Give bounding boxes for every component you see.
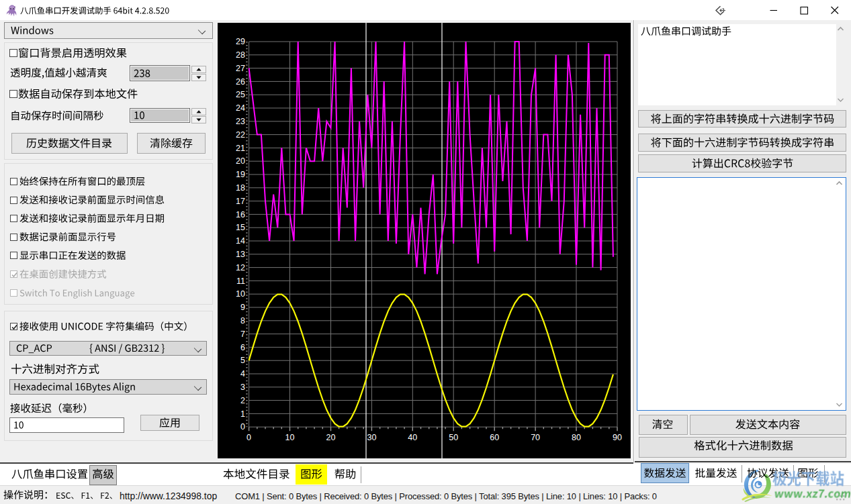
svg-text:25: 25 (236, 90, 245, 99)
svg-text:26: 26 (236, 77, 245, 87)
svg-text:17: 17 (236, 197, 245, 206)
svg-text:27: 27 (236, 64, 245, 73)
svg-text:15: 15 (236, 223, 245, 232)
svg-text:10: 10 (236, 289, 245, 299)
svg-text:80: 80 (572, 433, 581, 442)
svg-text:0: 0 (247, 433, 251, 442)
svg-text:20: 20 (326, 433, 336, 442)
svg-text:23: 23 (236, 117, 245, 126)
svg-text:19: 19 (236, 170, 245, 179)
svg-text:28: 28 (236, 50, 245, 60)
svg-text:1: 1 (240, 409, 245, 419)
svg-text:11: 11 (236, 276, 245, 286)
svg-text:22: 22 (236, 130, 245, 140)
svg-text:2: 2 (240, 396, 245, 405)
svg-text:16: 16 (236, 210, 245, 219)
svg-text:21: 21 (236, 144, 245, 153)
svg-text:0: 0 (240, 422, 245, 432)
svg-text:30: 30 (367, 433, 376, 442)
svg-text:29: 29 (236, 37, 245, 46)
svg-text:9: 9 (240, 303, 245, 312)
svg-text:18: 18 (236, 183, 245, 193)
svg-text:13: 13 (236, 250, 245, 259)
svg-text:6: 6 (240, 343, 245, 352)
svg-text:70: 70 (531, 433, 540, 442)
svg-text:60: 60 (490, 433, 499, 442)
svg-text:4: 4 (240, 369, 245, 379)
svg-text:20: 20 (236, 156, 245, 166)
svg-text:14: 14 (236, 236, 245, 246)
svg-text:8: 8 (240, 316, 245, 325)
svg-text:24: 24 (236, 103, 245, 113)
svg-text:10: 10 (285, 433, 295, 442)
svg-text:90: 90 (613, 433, 622, 442)
svg-text:50: 50 (449, 433, 458, 442)
svg-text:12: 12 (236, 263, 245, 272)
svg-text:40: 40 (408, 433, 417, 442)
svg-text:7: 7 (240, 330, 245, 339)
svg-text:3: 3 (240, 383, 245, 392)
svg-text:5: 5 (240, 356, 245, 365)
